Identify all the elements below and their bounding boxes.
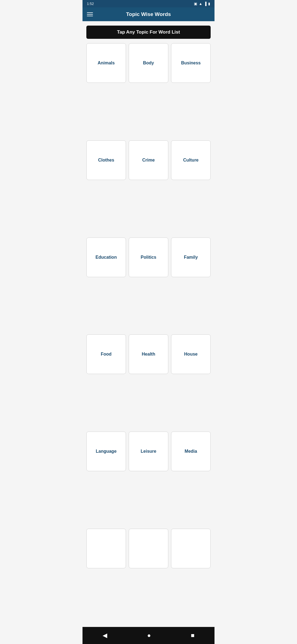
topic-label-clothes: Clothes	[96, 155, 117, 165]
topic-label-crime: Crime	[140, 155, 157, 165]
topic-label-extra2	[146, 546, 151, 551]
status-time: 1:52	[87, 2, 94, 6]
topic-label-health: Health	[140, 350, 158, 359]
topic-item-health[interactable]: Health	[129, 334, 168, 374]
topic-label-politics: Politics	[139, 253, 159, 262]
topic-item-culture[interactable]: Culture	[171, 140, 211, 180]
topic-item-business[interactable]: Business	[171, 43, 211, 83]
topic-label-body: Body	[141, 58, 156, 68]
hamburger-line-1	[87, 12, 93, 13]
wifi-icon: ▲	[199, 2, 202, 6]
topic-item-body[interactable]: Body	[129, 43, 168, 83]
topic-grid: AnimalsBodyBusinessClothesCrimeCultureEd…	[82, 42, 215, 627]
topic-label-house: House	[182, 350, 200, 359]
topic-label-leisure: Leisure	[139, 447, 159, 456]
menu-button[interactable]	[87, 12, 93, 16]
page-title: Topic Wise Words	[97, 11, 200, 17]
banner: Tap Any Topic For Word List	[86, 26, 211, 39]
topic-item-animals[interactable]: Animals	[86, 43, 126, 83]
topic-label-language: Language	[94, 447, 119, 456]
topic-item-extra2[interactable]	[129, 529, 168, 568]
topic-label-extra3	[189, 546, 193, 551]
topic-item-politics[interactable]: Politics	[129, 238, 168, 277]
sim-icon: ▣	[194, 2, 197, 6]
topic-item-crime[interactable]: Crime	[129, 140, 168, 180]
topic-label-education: Education	[93, 253, 119, 262]
topic-item-language[interactable]: Language	[86, 432, 126, 471]
bottom-nav: ◀ ● ■	[82, 627, 215, 644]
recent-button[interactable]: ■	[185, 630, 200, 641]
topic-item-house[interactable]: House	[171, 334, 211, 374]
status-bar: 1:52 ▣ ▲ ▐ ▮	[82, 0, 215, 7]
topic-item-education[interactable]: Education	[86, 238, 126, 277]
top-bar: Topic Wise Words	[82, 7, 215, 21]
topic-item-leisure[interactable]: Leisure	[129, 432, 168, 471]
topic-item-family[interactable]: Family	[171, 238, 211, 277]
back-button[interactable]: ◀	[97, 630, 113, 641]
hamburger-line-2	[87, 14, 93, 15]
home-button[interactable]: ●	[142, 630, 156, 641]
topic-item-food[interactable]: Food	[86, 334, 126, 374]
status-icons: ▣ ▲ ▐ ▮	[194, 2, 210, 6]
topic-item-extra3[interactable]	[171, 529, 211, 568]
battery-icon: ▮	[208, 2, 210, 6]
topic-label-media: Media	[182, 447, 199, 456]
signal-icon: ▐	[204, 2, 207, 6]
hamburger-line-3	[87, 16, 93, 16]
topic-item-media[interactable]: Media	[171, 432, 211, 471]
topic-label-family: Family	[182, 253, 200, 262]
topic-label-culture: Culture	[181, 155, 201, 165]
topic-label-animals: Animals	[95, 58, 117, 68]
topic-item-clothes[interactable]: Clothes	[86, 140, 126, 180]
topic-label-business: Business	[179, 58, 203, 68]
topic-label-food: Food	[98, 350, 114, 359]
topic-label-extra1	[104, 546, 108, 551]
topic-item-extra1[interactable]	[86, 529, 126, 568]
